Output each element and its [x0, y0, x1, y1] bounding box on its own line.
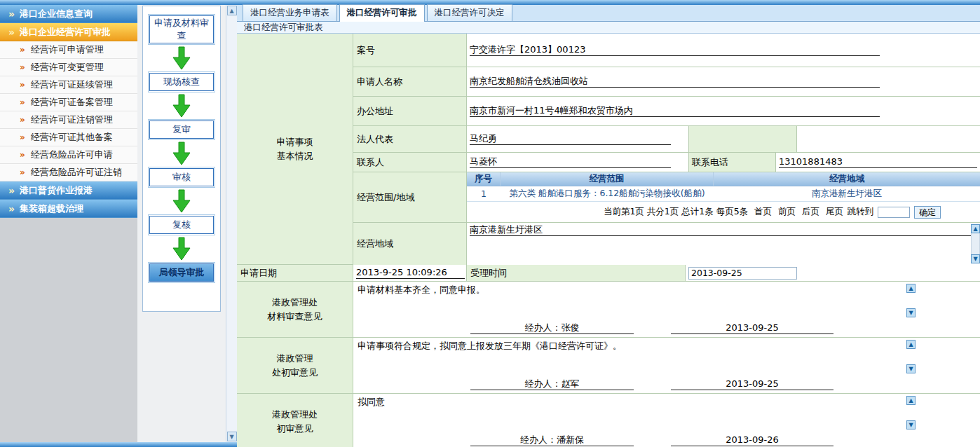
opinion-label-line2: 处初审意见 [272, 366, 318, 380]
flow-step-re-review[interactable]: 复审 [149, 121, 214, 139]
case-no-field[interactable]: 宁交港许字【2013】00123 [470, 44, 880, 56]
preliminary-opinion-textarea[interactable]: 申请事项符合规定，拟同意上报发放三年期《港口经营许可证》。 [358, 340, 903, 352]
handler-date-field[interactable]: 2013-09-25 [671, 378, 833, 390]
handler-date-field[interactable]: 2013-09-26 [671, 434, 833, 446]
contact-field[interactable]: 马菱怀 [470, 156, 671, 168]
sidebar-item-container-overload[interactable]: » 集装箱超载治理 [0, 200, 137, 218]
scope-col-no: 序号 [467, 172, 501, 186]
sidebar-item-label: 港口企业经营许可审批 [20, 26, 111, 39]
flow-step-audit[interactable]: 审核 [149, 168, 214, 186]
scroll-down-icon[interactable]: ▼ [971, 254, 980, 263]
sidebar-subitem-label: 经营许可变更管理 [31, 61, 104, 74]
sidebar-subitem-dangerous-goods-cancellation[interactable]: » 经营危险品许可证注销 [0, 164, 137, 181]
scroll-down-icon[interactable]: ▼ [227, 432, 237, 441]
preliminary-opinion-label: 港政管理 处初审意见 [237, 338, 353, 393]
scroll-up-icon[interactable]: ▲ [906, 284, 916, 293]
sidebar-item-license-approval[interactable]: » 港口企业经营许可审批 [0, 23, 137, 41]
handler-date-field[interactable]: 2013-09-25 [671, 322, 833, 334]
scroll-up-icon[interactable]: ▲ [971, 224, 980, 233]
handler-field[interactable]: 经办人：赵军 [470, 378, 634, 390]
group-label-line2: 基本情况 [277, 149, 313, 163]
legal-rep-field[interactable]: 马纪勇 [470, 133, 671, 145]
jump-page-input[interactable] [878, 207, 910, 218]
opinion-label-line1: 港政管理 [277, 352, 313, 366]
accept-time-label: 受理时间 [467, 265, 686, 281]
next-page-link[interactable]: 后页 [802, 206, 819, 218]
scroll-up-icon[interactable]: ▲ [906, 340, 916, 349]
preliminary-opinion-2-textarea[interactable]: 拟同意 [358, 396, 903, 408]
scroll-up-icon[interactable]: ▲ [906, 396, 916, 405]
sidebar-subitem-label: 经营许可证注销管理 [31, 114, 113, 126]
area-scrollbar: ▲ ▼ [971, 224, 980, 263]
sidebar-subitem-label: 经营危险品许可申请 [31, 149, 113, 161]
menu-section-icon: » [8, 204, 15, 214]
jump-confirm-button[interactable]: 确定 [914, 206, 941, 219]
prev-page-link[interactable]: 前页 [778, 206, 796, 218]
apply-date-field[interactable]: 2013-9-25 10:09:26 [356, 267, 465, 279]
opinion-label-line1: 港政管理处 [272, 408, 318, 422]
scroll-down-icon[interactable]: ▼ [906, 308, 916, 317]
office-address-label: 办公地址 [353, 97, 467, 125]
flow-down-arrow-icon [172, 142, 191, 165]
flow-step-recheck[interactable]: 复核 [149, 216, 214, 234]
tab-business-application-form[interactable]: 港口经营业务申请表 [243, 4, 337, 21]
apply-date-label: 申请日期 [237, 265, 353, 281]
submenu-bullet-icon: » [20, 150, 25, 160]
last-page-link[interactable]: 尾页 [826, 206, 843, 218]
sidebar-subitem-license-application[interactable]: » 经营许可申请管理 [0, 41, 137, 59]
scope-row-area: 南京港新生圩港区 [714, 186, 980, 201]
sidebar-subitem-dangerous-goods-application[interactable]: » 经营危险品许可申请 [0, 146, 137, 164]
menu-section-icon: » [8, 27, 15, 37]
form-row-area: 经营地域 南京港新生圩港区 ▲ ▼ [353, 223, 980, 265]
sidebar-subitem-license-cancellation[interactable]: » 经营许可证注销管理 [0, 111, 137, 129]
applicant-field[interactable]: 南京纪发船舶清仓残油回收站 [470, 76, 880, 88]
workflow-gutter: 申请及材料审查 现场核查 复审 审核 复核 局领导审批 [137, 5, 226, 442]
approval-form: 申请事项 基本情况 案号 宁交港许字【2013】00123 申请人名称 南京纪发… [237, 34, 980, 447]
vertical-scrollbar[interactable]: ▲ ▼ [226, 5, 237, 442]
scope-row-no: 1 [467, 186, 501, 201]
sidebar-subitem-license-filing[interactable]: » 经营许可证备案管理 [0, 94, 137, 111]
accept-time-field[interactable]: 2013-09-25 [688, 267, 797, 280]
handler-field[interactable]: 经办人：潘新保 [470, 434, 634, 446]
sidebar-item-label: 港口普货作业报港 [20, 184, 93, 197]
handler-field[interactable]: 经办人：张俊 [470, 322, 634, 334]
tab-license-approval[interactable]: 港口经营许可审批 [339, 4, 425, 22]
phone-field[interactable]: 13101881483 [779, 156, 977, 168]
material-review-opinion-label: 港政管理处 材料审查意见 [237, 282, 353, 337]
sidebar-item-label: 集装箱超载治理 [20, 202, 83, 215]
scroll-track[interactable] [971, 233, 980, 254]
form-row-applicant: 申请人名称 南京纪发船舶清仓残油回收站 [353, 67, 980, 97]
flow-step-material-review[interactable]: 申请及材料审查 [149, 15, 214, 43]
workflow-panel: 申请及材料审查 现场核查 复审 审核 复核 局领导审批 [142, 6, 221, 312]
tab-license-decision[interactable]: 港口经营许可决定 [427, 4, 512, 21]
scroll-down-icon[interactable]: ▼ [906, 420, 916, 429]
scroll-down-icon[interactable]: ▼ [906, 364, 916, 373]
group-label: 申请事项 基本情况 [237, 34, 353, 264]
form-row-apply-date: 申请日期 2013-9-25 10:09:26 受理时间 2013-09-25 [237, 265, 980, 282]
opinion-scrollbar: ▲ ▼ [906, 340, 916, 373]
submenu-bullet-icon: » [20, 115, 25, 125]
sidebar-item-enterprise-info-query[interactable]: » 港口企业信息查询 [0, 5, 137, 23]
sidebar-subitem-license-other-filing[interactable]: » 经营许可证其他备案 [0, 129, 137, 146]
first-page-link[interactable]: 首页 [754, 206, 772, 218]
app-window: » 港口企业信息查询 » 港口企业经营许可审批 » 经营许可申请管理 » 经营许… [0, 0, 980, 447]
form-row-preliminary-opinion-2: 港政管理处 初审意见 拟同意 经办人：潘新保 2013-09-26 ▲ ▼ [237, 394, 980, 447]
sidebar-subitem-label: 经营许可证延续管理 [31, 78, 113, 91]
sidebar-item-cargo-report[interactable]: » 港口普货作业报港 [0, 181, 137, 200]
area-field[interactable]: 南京港新生圩港区 [470, 224, 974, 236]
form-row-case-no: 案号 宁交港许字【2013】00123 [353, 34, 980, 67]
scroll-up-icon[interactable]: ▲ [227, 6, 237, 15]
submenu-bullet-icon: » [20, 62, 25, 72]
sidebar-subitem-license-change[interactable]: » 经营许可变更管理 [0, 59, 137, 76]
flow-step-director-approval[interactable]: 局领导审批 [149, 263, 214, 282]
scope-table-row[interactable]: 1 第六类 船舶港口服务：6.12船舶污染物接收(船舶) 南京港新生圩港区 [467, 186, 980, 202]
office-address-field[interactable]: 南京市新河一村11号4幢郑和农贸市场内 [470, 105, 880, 117]
flow-down-arrow-icon [172, 189, 191, 213]
flow-step-site-inspection[interactable]: 现场核查 [149, 73, 214, 91]
sidebar-subitem-license-renewal[interactable]: » 经营许可证延续管理 [0, 76, 137, 94]
form-row-scope: 经营范围/地域 序号 经营范围 经营地域 1 第六类 船舶港口服务：6.12船舶… [353, 172, 980, 223]
legal-rep-label: 法人代表 [353, 126, 467, 152]
applicant-label: 申请人名称 [353, 67, 467, 96]
material-review-opinion-textarea[interactable]: 申请材料基本齐全，同意申报。 [358, 284, 903, 296]
area-label: 经营地域 [353, 223, 467, 265]
